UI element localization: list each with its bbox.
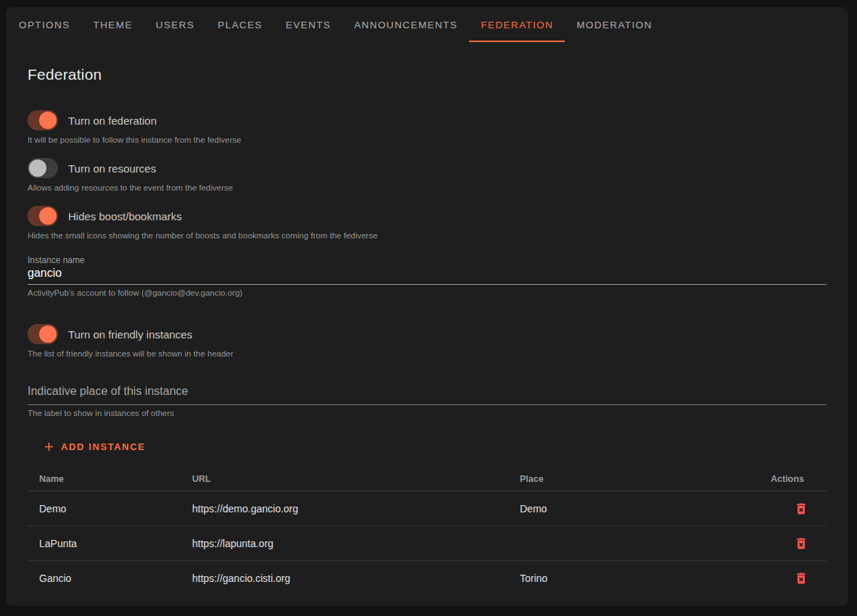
instance-url-cell: https://lapunta.org xyxy=(181,538,508,549)
setting-hint: Allows adding resources to the event fro… xyxy=(28,183,827,193)
setting-hint: It will be possible to follow this insta… xyxy=(28,135,827,145)
setting-hint: Hides the small icons showing the number… xyxy=(28,230,827,241)
table-header-row: Name URL Place Actions xyxy=(28,467,827,491)
admin-settings-panel: OPTIONS THEME USERS PLACES EVENTS ANNOUN… xyxy=(6,7,848,606)
toggle-label: Turn on resources xyxy=(68,162,156,175)
tab-moderation[interactable]: MODERATION xyxy=(565,7,664,42)
tab-options[interactable]: OPTIONS xyxy=(7,7,82,42)
instances-table: Name URL Place Actions Demo https://demo… xyxy=(28,467,827,596)
setting-federation: Turn on federation It will be possible t… xyxy=(28,110,827,145)
toggle-thumb xyxy=(39,207,57,225)
toggle-thumb xyxy=(39,325,57,343)
tab-events[interactable]: EVENTS xyxy=(274,7,342,42)
col-header-actions: Actions xyxy=(759,474,827,484)
instance-name-hint: ActivityPub's account to follow (@gancio… xyxy=(28,288,827,298)
tab-places[interactable]: PLACES xyxy=(206,7,274,42)
instance-place-hint: The label to show in instances of others xyxy=(28,408,827,418)
admin-tabbar: OPTIONS THEME USERS PLACES EVENTS ANNOUN… xyxy=(6,7,848,42)
instance-place-input[interactable] xyxy=(28,382,827,405)
setting-hint: The list of friendly instances will be s… xyxy=(28,349,827,359)
instance-name-cell: Demo xyxy=(28,503,181,515)
federation-toggle[interactable] xyxy=(28,110,58,130)
instance-place-field: The label to show in instances of others xyxy=(28,382,827,418)
table-row: Demo https://demo.gancio.org Demo xyxy=(28,491,827,526)
col-header-url: URL xyxy=(181,474,508,484)
setting-resources: Turn on resources Allows adding resource… xyxy=(28,158,827,193)
plus-icon xyxy=(42,440,56,454)
toggle-label: Turn on friendly instances xyxy=(68,328,192,341)
setting-friendly-instances: Turn on friendly instances The list of f… xyxy=(28,324,827,359)
table-row: Gancio https://gancio.cisti.org Torino xyxy=(28,561,827,596)
toggle-thumb xyxy=(29,159,46,177)
col-header-name: Name xyxy=(28,474,181,484)
instance-place-cell: Torino xyxy=(508,573,759,584)
tab-theme[interactable]: THEME xyxy=(82,7,144,42)
delete-instance-button[interactable] xyxy=(792,500,810,517)
instance-url-cell: https://gancio.cisti.org xyxy=(181,573,508,584)
add-instance-label: ADD INSTANCE xyxy=(61,441,145,452)
delete-instance-button[interactable] xyxy=(792,570,810,587)
col-header-place: Place xyxy=(508,474,759,484)
instance-name-cell: LaPunta xyxy=(28,538,181,549)
tab-federation[interactable]: FEDERATION xyxy=(469,7,565,42)
trash-delete-forever-icon xyxy=(794,577,808,587)
tab-users[interactable]: USERS xyxy=(144,7,207,42)
friendly-instances-toggle[interactable] xyxy=(28,324,58,344)
toggle-thumb xyxy=(39,112,57,129)
toggle-label: Turn on federation xyxy=(68,115,157,127)
instance-name-label: Instance name xyxy=(28,255,827,265)
table-row: LaPunta https://lapunta.org xyxy=(28,526,827,561)
tab-announcements[interactable]: ANNOUNCEMENTS xyxy=(342,7,469,42)
hide-boosts-toggle[interactable] xyxy=(28,206,58,226)
instance-name-cell: Gancio xyxy=(28,573,181,584)
instance-place-cell: Demo xyxy=(508,503,759,515)
trash-delete-forever-icon xyxy=(794,507,808,517)
resources-toggle[interactable] xyxy=(28,158,58,178)
delete-instance-button[interactable] xyxy=(792,535,810,552)
instance-url-cell: https://demo.gancio.org xyxy=(181,503,508,515)
trash-delete-forever-icon xyxy=(794,542,808,552)
setting-hide-boosts: Hides boost/bookmarks Hides the small ic… xyxy=(28,206,827,241)
page-title: Federation xyxy=(28,65,827,84)
instance-name-field: Instance name ActivityPub's account to f… xyxy=(28,255,827,298)
federation-settings-content: Federation Turn on federation It will be… xyxy=(6,65,848,596)
instance-name-input[interactable] xyxy=(28,265,827,285)
toggle-label: Hides boost/bookmarks xyxy=(68,210,182,222)
add-instance-button[interactable]: ADD INSTANCE xyxy=(38,437,149,457)
